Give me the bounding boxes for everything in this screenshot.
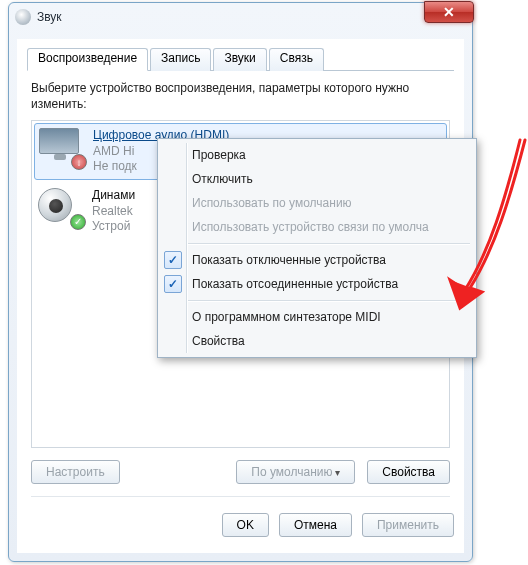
close-button[interactable]: ✕: [424, 1, 474, 23]
tab-record[interactable]: Запись: [150, 48, 211, 71]
configure-button[interactable]: Настроить: [31, 460, 120, 484]
device-action-row: Настроить По умолчанию Свойства: [31, 460, 450, 484]
status-badge-ok-icon: ✓: [70, 214, 86, 230]
instruction-text: Выберите устройство воспроизведения, пар…: [31, 81, 450, 112]
device-status: Устрой: [92, 219, 135, 235]
menu-set-default: Использовать по умолчанию: [158, 191, 476, 215]
properties-button[interactable]: Свойства: [367, 460, 450, 484]
status-badge-down-icon: ↓: [71, 154, 87, 170]
menu-about-midi[interactable]: О программном синтезаторе MIDI: [158, 305, 476, 329]
menu-disable[interactable]: Отключить: [158, 167, 476, 191]
monitor-icon: ↓: [39, 128, 85, 168]
window-title: Звук: [37, 10, 62, 24]
menu-separator: [188, 300, 470, 301]
menu-show-disconnected[interactable]: ✓ Показать отсоединенные устройства: [158, 272, 476, 296]
sound-icon: [15, 9, 31, 25]
tab-communications[interactable]: Связь: [269, 48, 324, 71]
tab-playback[interactable]: Воспроизведение: [27, 48, 148, 71]
separator: [31, 496, 450, 497]
context-menu[interactable]: Проверка Отключить Использовать по умолч…: [157, 138, 477, 358]
menu-separator: [188, 243, 470, 244]
check-icon: ✓: [164, 251, 182, 269]
menu-show-disabled[interactable]: ✓ Показать отключенные устройства: [158, 248, 476, 272]
speaker-icon: ✓: [38, 188, 84, 228]
set-default-button[interactable]: По умолчанию: [236, 460, 355, 484]
tabs: Воспроизведение Запись Звуки Связь: [27, 47, 454, 71]
menu-properties[interactable]: Свойства: [158, 329, 476, 353]
device-vendor: Realtek: [92, 204, 135, 220]
titlebar: Звук ✕: [9, 3, 472, 31]
check-icon: ✓: [164, 275, 182, 293]
tab-sounds[interactable]: Звуки: [213, 48, 266, 71]
menu-test[interactable]: Проверка: [158, 143, 476, 167]
dialog-footer: OK Отмена Применить: [27, 513, 454, 537]
apply-button[interactable]: Применить: [362, 513, 454, 537]
menu-set-comm-default: Использовать устройство связи по умолча: [158, 215, 476, 239]
cancel-button[interactable]: Отмена: [279, 513, 352, 537]
ok-button[interactable]: OK: [222, 513, 269, 537]
device-title: Динами: [92, 188, 135, 204]
